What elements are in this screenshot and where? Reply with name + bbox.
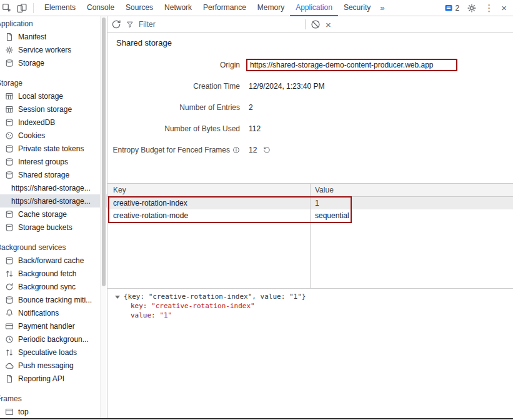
window-bottom-edge — [0, 418, 513, 419]
service-worker-gear-icon — [5, 46, 14, 54]
preview-summary-line: {key: "creative-rotation-index", value: … — [115, 292, 513, 301]
sidebar-item-manifest[interactable]: Manifest — [0, 30, 107, 43]
divider — [33, 3, 34, 13]
sidebar-item-reporting-api[interactable]: Reporting API — [0, 372, 107, 385]
payment-card-icon — [5, 322, 14, 331]
tab-performance[interactable]: Performance — [197, 0, 252, 16]
sidebar-item-background-fetch[interactable]: Background fetch — [0, 267, 107, 280]
sidebar-item-push-messaging[interactable]: Push messaging — [0, 359, 107, 372]
bell-icon — [5, 309, 14, 318]
field-number-of-entries: Number of Entries 2 — [107, 101, 513, 114]
table-icon — [5, 92, 14, 101]
close-devtools-icon[interactable]: × — [501, 3, 507, 12]
page-title: Shared storage — [116, 38, 513, 48]
sidebar-item-payment-handler[interactable]: Payment handler — [0, 319, 107, 332]
devtools-tabbar: Elements Console Sources Network Perform… — [0, 0, 513, 16]
clock-icon — [5, 335, 14, 344]
shared-storage-panel: × Shared storage Origin https://shared-s… — [107, 16, 513, 419]
tab-security[interactable]: Security — [338, 0, 376, 16]
panel-toolbar: × — [107, 16, 513, 33]
sidebar-item-indexeddb[interactable]: IndexedDB — [0, 116, 107, 129]
sidebar-item-shared-storage[interactable]: Shared storage — [0, 168, 107, 181]
sidebar-item-storage[interactable]: Storage — [0, 56, 107, 69]
sidebar-item-notifications[interactable]: Notifications — [0, 306, 107, 319]
entries-table: Key Value creative-rotation-index 1 crea… — [107, 183, 513, 289]
device-toolbar-icon[interactable] — [17, 3, 27, 13]
bytes-used-value: 112 — [249, 124, 261, 133]
devtools-window: Elements Console Sources Network Perform… — [0, 0, 513, 420]
issues-icon — [444, 4, 453, 12]
entropy-budget-value: 12 — [249, 146, 257, 154]
filter-funnel-icon — [126, 21, 134, 28]
sidebar-scrollbar-thumb[interactable] — [102, 18, 106, 286]
filter-input[interactable] — [137, 19, 281, 29]
delete-selected-icon[interactable]: × — [326, 20, 331, 29]
column-header-key: Key — [107, 184, 310, 196]
issues-count: 2 — [456, 4, 460, 12]
more-tabs-chevron[interactable]: » — [376, 3, 388, 12]
column-resize-divider[interactable] — [310, 184, 311, 288]
database-icon — [5, 144, 14, 153]
database-icon — [5, 210, 14, 219]
entry-value: sequential — [310, 209, 513, 222]
creation-time-value: 12/9/2024, 1:23:40 PM — [249, 82, 324, 91]
cloud-icon — [5, 361, 14, 370]
kebab-menu-icon[interactable]: ⋮ — [484, 3, 494, 12]
sidebar-item-session-storage[interactable]: Session storage — [0, 102, 107, 116]
sidebar-item-cookies[interactable]: Cookies — [0, 129, 107, 142]
reset-budget-icon[interactable] — [263, 146, 271, 154]
sidebar-item-background-sync[interactable]: Background sync — [0, 280, 107, 293]
table-icon — [5, 105, 14, 114]
sidebar-scrollbar[interactable] — [100, 16, 106, 419]
field-entropy-budget: Entropy Budget for Fenced Frames 12 — [107, 144, 513, 156]
database-icon — [5, 158, 14, 166]
sidebar-item-private-state-tokens[interactable]: Private state tokens — [0, 142, 107, 155]
sidebar-item-periodic-background-sync[interactable]: Periodic backgroun... — [0, 332, 107, 346]
field-origin: Origin https://shared-storage-demo-conte… — [107, 59, 513, 71]
preview-key-line: key: "creative-rotation-index" — [115, 301, 513, 311]
sidebar-item-service-workers[interactable]: Service workers — [0, 43, 107, 56]
sidebar-item-cache-storage[interactable]: Cache storage — [0, 208, 107, 221]
database-icon — [5, 223, 14, 232]
sidebar-item-speculative-loads[interactable]: Speculative loads — [0, 346, 107, 359]
section-title-storage: Storage — [0, 77, 107, 89]
section-title-frames: Frames — [0, 392, 107, 405]
document-icon — [5, 374, 14, 383]
entry-preview: {key: "creative-rotation-index", value: … — [107, 289, 513, 320]
sidebar-item-local-storage[interactable]: Local storage — [0, 89, 107, 102]
sidebar-item-back-forward-cache[interactable]: Back/forward cache — [0, 254, 107, 267]
refresh-icon[interactable] — [111, 19, 121, 29]
sidebar-item-shared-storage-origin-2-selected[interactable]: https://shared-storage... — [0, 194, 107, 208]
settings-gear-icon[interactable] — [467, 3, 477, 13]
sidebar-item-frame-top[interactable]: top — [0, 405, 107, 418]
sidebar-item-shared-storage-origin-1[interactable]: https://shared-storage... — [0, 181, 107, 194]
tab-elements[interactable]: Elements — [39, 0, 81, 16]
panel-tabs: Elements Console Sources Network Perform… — [39, 0, 376, 16]
info-icon[interactable] — [232, 146, 240, 154]
sidebar-item-bounce-tracking-mitigations[interactable]: Bounce tracking miti... — [0, 293, 107, 306]
filter-box[interactable] — [126, 19, 281, 29]
sidebar-item-storage-buckets[interactable]: Storage buckets — [0, 221, 107, 234]
tab-memory[interactable]: Memory — [252, 0, 290, 16]
preview-value-line: value: "1" — [115, 311, 513, 320]
cookie-icon — [5, 131, 14, 140]
tab-application[interactable]: Application — [290, 0, 338, 16]
delete-all-icon[interactable] — [311, 19, 321, 29]
database-icon — [5, 296, 14, 304]
tab-sources[interactable]: Sources — [120, 0, 159, 16]
sidebar-item-interest-groups[interactable]: Interest groups — [0, 155, 107, 168]
tab-network[interactable]: Network — [159, 0, 197, 16]
issues-counter[interactable]: 2 — [444, 4, 460, 12]
tab-console[interactable]: Console — [81, 0, 120, 16]
section-title-background-services: Background services — [0, 241, 107, 254]
database-icon — [5, 171, 14, 179]
toolbar-divider — [305, 19, 306, 29]
field-number-of-bytes: Number of Bytes Used 112 — [107, 122, 513, 135]
entry-value: 1 — [310, 197, 513, 209]
sync-icon — [5, 282, 14, 291]
column-header-value: Value — [310, 184, 513, 196]
inspect-element-icon[interactable] — [2, 3, 12, 13]
entries-count-value: 2 — [249, 103, 253, 112]
entry-key: creative-rotation-mode — [107, 209, 310, 222]
disclosure-triangle-icon[interactable] — [115, 296, 120, 299]
